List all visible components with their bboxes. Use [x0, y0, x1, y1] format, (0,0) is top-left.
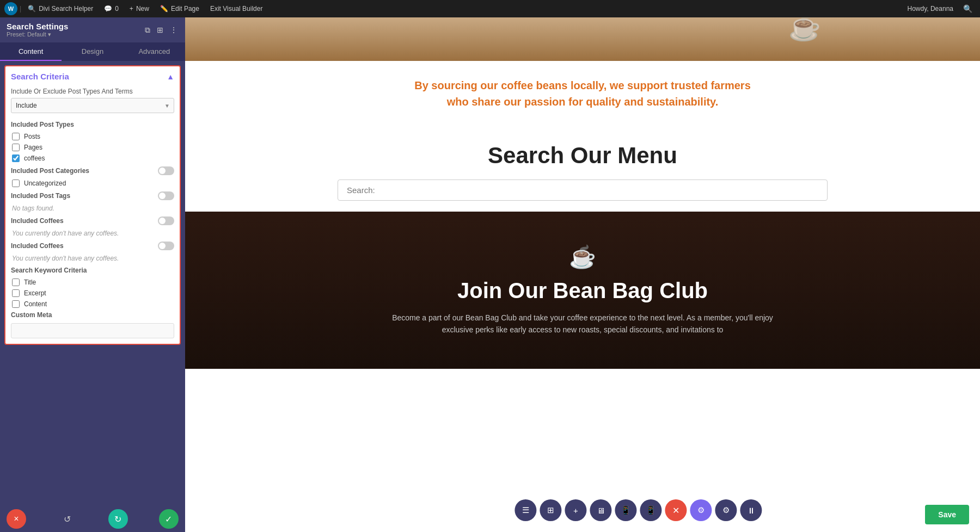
redo-button[interactable]: ↻	[108, 509, 128, 529]
panel-title: Search Settings	[7, 22, 68, 31]
checkbox-coffees: coffees	[11, 154, 174, 162]
main-layout: Search Settings Preset: Default ▾ ⧉ ⊞ ⋮ …	[0, 17, 980, 532]
comment-icon: 💬	[104, 5, 112, 13]
checkbox-pages-label[interactable]: Pages	[24, 144, 42, 151]
save-button[interactable]: Save	[925, 505, 969, 524]
tags-label: Included Post Tags	[11, 192, 70, 200]
coffee-cup-icon: ☕	[207, 244, 958, 270]
float-add-btn[interactable]: +	[565, 499, 586, 521]
float-gear-btn[interactable]: ⚙	[690, 499, 712, 521]
include-exclude-label: Include Or Exclude Post Types And Terms	[11, 88, 174, 95]
checkbox-uncategorized-label[interactable]: Uncategorized	[24, 180, 66, 187]
panel-preset[interactable]: Preset: Default ▾	[7, 31, 68, 38]
checkbox-title-label[interactable]: Title	[24, 279, 36, 286]
coffees2-empty: You currently don't have any coffees.	[11, 255, 174, 262]
panel-header: Search Settings Preset: Default ▾ ⧉ ⊞ ⋮	[0, 17, 185, 43]
float-menu-btn[interactable]: ☰	[514, 499, 536, 521]
tab-advanced[interactable]: Advanced	[124, 43, 185, 61]
checkbox-uncategorized-input[interactable]	[12, 180, 20, 187]
include-exclude-select[interactable]: Include Exclude	[11, 98, 174, 113]
right-content: ☕ By sourcing our coffee beans locally, …	[185, 17, 980, 532]
checkbox-coffees-label[interactable]: coffees	[24, 154, 45, 162]
join-title: Join Our Bean Bag Club	[207, 279, 958, 303]
top-bar-right: Howdy, Deanna 🔍	[903, 3, 976, 14]
search-section: Search Our Menu	[185, 121, 980, 212]
checkbox-title-input[interactable]	[12, 279, 20, 286]
tags-toggle-row: Included Post Tags	[11, 191, 174, 200]
exit-builder-link[interactable]: Exit Visual Builder	[206, 4, 267, 14]
tags-empty: No tags found.	[11, 205, 174, 212]
float-settings-btn[interactable]: ⚙	[715, 499, 737, 521]
checkbox-excerpt-label[interactable]: Excerpt	[24, 289, 46, 297]
panel-tabs: Content Design Advanced	[0, 43, 185, 61]
checkbox-content-label[interactable]: Content	[24, 300, 47, 308]
search-input-wrap	[338, 180, 828, 201]
checkbox-excerpt-input[interactable]	[12, 289, 20, 297]
left-panel: Search Settings Preset: Default ▾ ⧉ ⊞ ⋮ …	[0, 17, 185, 532]
panel-scroll-area: Search Criteria ▲ Include Or Exclude Pos…	[0, 61, 185, 506]
coffees2-toggle-row: Included Coffees	[11, 242, 174, 250]
custom-meta-input[interactable]	[11, 323, 174, 338]
new-button[interactable]: + New	[125, 4, 154, 14]
checkbox-content: Content	[11, 300, 174, 308]
float-pause-btn[interactable]: ⏸	[740, 499, 762, 521]
pencil-icon: ✏️	[160, 5, 168, 13]
checkbox-posts-input[interactable]	[12, 133, 20, 140]
float-mobile-btn[interactable]: 📱	[640, 499, 661, 521]
search-input[interactable]	[347, 185, 818, 195]
coffees2-toggle[interactable]	[158, 242, 174, 250]
plus-icon: +	[130, 5, 133, 13]
panel-bottom-bar: × ↺ ↻ ✓	[0, 506, 185, 532]
coffee-beans-decoration: ☕	[788, 17, 821, 42]
float-tablet-btn[interactable]: 📱	[615, 499, 636, 521]
categories-toggle[interactable]	[158, 166, 174, 175]
checkbox-coffees-input[interactable]	[12, 154, 20, 162]
checkbox-pages-input[interactable]	[12, 144, 20, 151]
checkbox-title: Title	[11, 279, 174, 286]
edit-page-link[interactable]: ✏️ Edit Page	[156, 4, 204, 14]
coffees1-toggle-row: Included Coffees	[11, 216, 174, 225]
wp-logo[interactable]: W	[4, 2, 17, 15]
tab-design[interactable]: Design	[62, 43, 123, 61]
checkbox-posts: Posts	[11, 133, 174, 140]
tags-toggle[interactable]	[158, 191, 174, 200]
include-exclude-select-wrapper: Include Exclude ▼	[11, 98, 174, 113]
float-desktop-btn[interactable]: 🖥	[590, 499, 611, 521]
checkbox-content-input[interactable]	[12, 300, 20, 308]
float-close-btn[interactable]: ✕	[665, 499, 687, 521]
confirm-button[interactable]: ✓	[159, 509, 179, 529]
coffees1-toggle[interactable]	[158, 216, 174, 225]
search-criteria-section: Search Criteria ▲ Include Or Exclude Pos…	[4, 65, 181, 345]
panel-grid-icon[interactable]: ⊞	[156, 24, 164, 36]
top-search-icon[interactable]: 🔍	[960, 3, 976, 14]
coffees2-label: Included Coffees	[11, 242, 64, 250]
post-types-label: Included Post Types	[11, 121, 174, 128]
floating-toolbar: ☰ ⊞ + 🖥 📱 📱 ✕ ⚙ ⚙ ⏸	[514, 499, 762, 521]
checkbox-excerpt: Excerpt	[11, 289, 174, 297]
keyword-label: Search Keyword Criteria	[11, 267, 174, 274]
section-collapse-icon[interactable]: ▲	[167, 72, 174, 81]
coffee-image-top: ☕	[185, 17, 980, 61]
coffees1-empty: You currently don't have any coffees.	[11, 230, 174, 237]
checkbox-posts-label[interactable]: Posts	[24, 133, 40, 140]
panel-copy-icon[interactable]: ⧉	[144, 24, 151, 36]
divi-helper-link[interactable]: 🔍 Divi Search Helper	[23, 4, 97, 14]
search-heading: Search Our Menu	[196, 143, 969, 169]
top-bar: W | 🔍 Divi Search Helper 💬 0 + New ✏️ Ed…	[0, 0, 980, 17]
checkbox-pages: Pages	[11, 144, 174, 151]
undo-button[interactable]: ↺	[57, 509, 77, 529]
float-grid-btn[interactable]: ⊞	[540, 499, 561, 521]
close-button[interactable]: ×	[7, 509, 26, 529]
user-greeting: Howdy, Deanna	[903, 4, 958, 14]
divi-helper-icon: 🔍	[28, 5, 36, 13]
coffees1-label: Included Coffees	[11, 217, 64, 225]
tab-content[interactable]: Content	[0, 43, 62, 61]
section-title: Search Criteria	[11, 72, 69, 81]
checkbox-uncategorized: Uncategorized	[11, 180, 174, 187]
orange-quote: By sourcing our coffee beans locally, we…	[392, 61, 773, 121]
panel-menu-icon[interactable]: ⋮	[169, 24, 179, 36]
comment-link[interactable]: 💬 0	[100, 4, 123, 14]
categories-label: Included Post Categories	[11, 167, 89, 175]
custom-meta-label: Custom Meta	[11, 311, 174, 319]
categories-toggle-row: Included Post Categories	[11, 166, 174, 175]
